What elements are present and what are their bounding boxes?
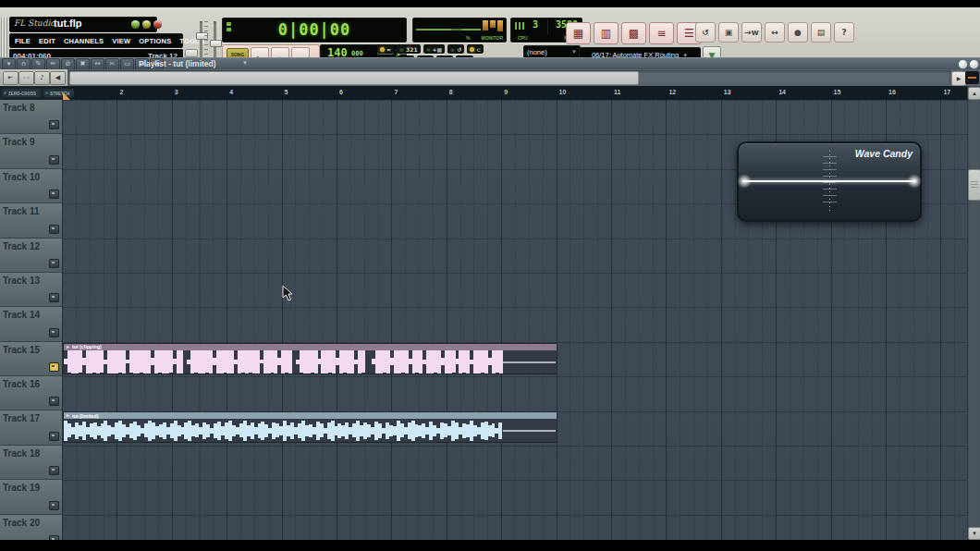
window-close-orb[interactable] bbox=[153, 20, 162, 29]
timeline-bar-number: 17 bbox=[943, 89, 950, 95]
scroll-toggle-icon: ≈ bbox=[386, 46, 391, 53]
track-header-track-10[interactable]: Track 10 bbox=[0, 169, 62, 203]
audio-clip-tut-clipping-[interactable]: ►tut (clipping) bbox=[63, 343, 557, 374]
playlist-titlebar[interactable]: ▾∩✎✏⊘✖↔✂▭⊙◄ Playlist - tut (limited) ▼ bbox=[0, 57, 980, 69]
controller-dropdown[interactable]: (none) ▼ bbox=[523, 45, 581, 58]
snap-button[interactable]: ⇤ bbox=[3, 71, 18, 85]
horizontal-scrollbar-thumb[interactable] bbox=[69, 71, 639, 85]
scroll-right-button[interactable]: ▶ bbox=[951, 71, 966, 86]
track-headers-column: Track 8Track 9Track 10Track 11Track 12Tr… bbox=[0, 100, 62, 540]
scroll-down-button[interactable]: ▼ bbox=[968, 527, 980, 540]
time-display-panel: 0|00|00 bbox=[222, 18, 407, 43]
back-button[interactable]: ◀ bbox=[50, 71, 66, 85]
track-state-button[interactable] bbox=[49, 155, 59, 165]
menu-item-file[interactable]: FILE bbox=[15, 37, 31, 45]
audio-clip-tut-limited-[interactable]: ►tut (limited) bbox=[63, 411, 557, 443]
track-header-track-15[interactable]: Track 15 bbox=[0, 342, 62, 376]
track-state-button[interactable] bbox=[49, 362, 59, 372]
fl-studio-window: FL Studio tut.flp FILEEDITCHANNELSVIEWOP… bbox=[0, 0, 980, 551]
timeline-bar-number: 4 bbox=[229, 89, 233, 95]
project-notes-button[interactable]: ▤ bbox=[811, 22, 831, 43]
track-header-track-9[interactable]: Track 9 bbox=[0, 134, 62, 168]
track-state-button[interactable] bbox=[49, 190, 59, 199]
percent-label: % bbox=[466, 35, 470, 41]
timeline-bar-number: 5 bbox=[285, 89, 288, 95]
vertical-scrollbar[interactable]: ▲ ▼ bbox=[967, 86, 980, 540]
track-header-track-14[interactable]: Track 14 bbox=[0, 307, 62, 341]
step-edit-toggle[interactable]: ⊂ bbox=[467, 44, 484, 54]
playhead-marker[interactable] bbox=[63, 92, 70, 100]
clip-header[interactable]: ►tut (limited) bbox=[64, 412, 557, 419]
clip-header[interactable]: ►tut (clipping) bbox=[64, 344, 557, 350]
scroll-toggle[interactable]: ≈ bbox=[377, 44, 394, 54]
piano-roll-button[interactable]: ▩ bbox=[621, 22, 646, 44]
playlist-detach-button[interactable] bbox=[958, 59, 968, 69]
blend-notes-toggle-led bbox=[426, 47, 431, 52]
rewind-button[interactable]: ↔ bbox=[765, 22, 785, 43]
transport-toggles-row1: ≈321+▦↺⊂ bbox=[377, 44, 484, 54]
step-sequencer-button[interactable]: ▥ bbox=[594, 22, 619, 44]
track-state-button[interactable] bbox=[49, 501, 59, 510]
track-state-button[interactable] bbox=[49, 466, 59, 475]
track-header-track-17[interactable]: Track 17 bbox=[0, 410, 62, 445]
master-volume-slider[interactable] bbox=[200, 21, 202, 60]
export-wav-button[interactable]: →w bbox=[741, 22, 762, 43]
timeline-bar-number: 11 bbox=[614, 89, 620, 95]
track-header-track-18[interactable]: Track 18 bbox=[0, 446, 62, 480]
window-minimize-orb[interactable] bbox=[131, 20, 140, 29]
controller-dropdown-value: (none) bbox=[527, 48, 547, 56]
scroll-up-button[interactable]: ▲ bbox=[968, 87, 980, 100]
track-header-track-19[interactable]: Track 19 bbox=[0, 480, 62, 514]
track-state-button[interactable] bbox=[49, 225, 59, 234]
track-name: Track 13 bbox=[3, 276, 40, 286]
snap-plate: ⇤◦◦♪◀ bbox=[0, 69, 67, 86]
toggle-zero-cross[interactable]: ZERO-CROSS bbox=[2, 89, 41, 97]
menu-item-edit[interactable]: EDIT bbox=[39, 37, 55, 45]
record-audio-button[interactable]: ● bbox=[788, 22, 808, 43]
toolbar-grip[interactable] bbox=[1, 18, 7, 62]
track-header-track-11[interactable]: Track 11 bbox=[0, 203, 62, 238]
tempo-fraction[interactable]: 000 bbox=[351, 50, 363, 57]
letterbox-top bbox=[0, 0, 980, 7]
help-button[interactable]: ? bbox=[834, 22, 854, 43]
track-state-button[interactable] bbox=[49, 397, 59, 406]
slide-button[interactable]: ◦◦ bbox=[18, 71, 34, 85]
menu-item-options[interactable]: OPTIONS bbox=[139, 37, 171, 45]
track-state-button[interactable] bbox=[49, 293, 59, 302]
loop-record-toggle[interactable]: ↺ bbox=[447, 44, 464, 54]
menu-item-channels[interactable]: CHANNELS bbox=[64, 37, 104, 45]
master-pitch-handle[interactable] bbox=[210, 40, 222, 47]
track-header-track-20[interactable]: Track 20 bbox=[0, 515, 62, 540]
track-header-track-8[interactable]: Track 8 bbox=[0, 100, 62, 134]
led-dot bbox=[45, 92, 48, 94]
track-state-button[interactable] bbox=[49, 328, 59, 337]
toggle-label: ZERO-CROSS bbox=[8, 91, 36, 95]
master-pitch-slider[interactable] bbox=[214, 21, 216, 60]
playlist-timeline[interactable]: ZERO-CROSSSTRETCH 2345678910111213141516… bbox=[0, 86, 967, 101]
playlist-track-area: Track 8Track 9Track 10Track 11Track 12Tr… bbox=[0, 100, 967, 540]
horizontal-scrollbar[interactable] bbox=[68, 70, 950, 84]
countdown-toggle[interactable]: 321 bbox=[397, 44, 421, 54]
track-header-track-16[interactable]: Track 16 bbox=[0, 376, 62, 410]
track-state-button[interactable] bbox=[49, 432, 59, 441]
playlist-view-button[interactable]: ▦ bbox=[566, 22, 591, 44]
vertical-scrollbar-thumb[interactable] bbox=[968, 169, 980, 201]
track-state-button[interactable] bbox=[49, 259, 59, 268]
playlist-maximize-button[interactable] bbox=[969, 59, 979, 69]
wave-candy-window[interactable]: Wave Candy bbox=[737, 141, 922, 222]
track-header-track-13[interactable]: Track 13 bbox=[0, 273, 62, 307]
title-panel: FL Studio tut.flp bbox=[9, 17, 157, 32]
playlist-subtoolbar: ⇤◦◦♪◀ ▶ bbox=[0, 69, 980, 86]
window-maximize-orb[interactable] bbox=[142, 20, 151, 29]
chevron-down-icon[interactable]: ▼ bbox=[242, 60, 248, 66]
track-state-button[interactable] bbox=[49, 120, 59, 129]
save-button[interactable]: ▣ bbox=[718, 22, 739, 43]
undo-button[interactable]: ↺ bbox=[695, 22, 716, 43]
track-name: Track 10 bbox=[3, 172, 40, 182]
swing-button[interactable]: ♪ bbox=[34, 71, 50, 85]
clip-waveform bbox=[64, 350, 503, 373]
browser-button[interactable]: ≡ bbox=[649, 22, 674, 44]
track-header-track-12[interactable]: Track 12 bbox=[0, 239, 62, 273]
blend-notes-toggle[interactable]: +▦ bbox=[423, 44, 446, 54]
menu-item-view[interactable]: VIEW bbox=[112, 37, 130, 45]
